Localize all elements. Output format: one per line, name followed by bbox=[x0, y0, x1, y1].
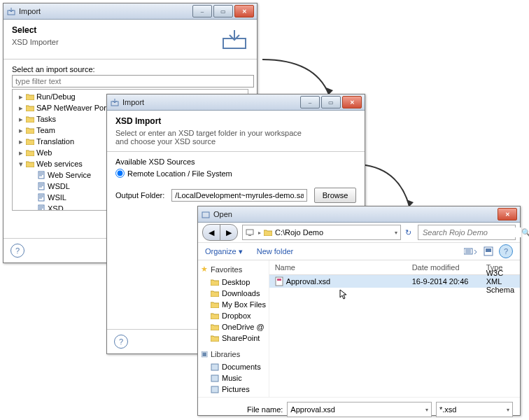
tree-twisty-icon[interactable]: ▸ bbox=[17, 126, 25, 135]
folder-icon bbox=[25, 136, 35, 146]
filter-input[interactable] bbox=[12, 75, 254, 88]
file-list[interactable]: Name Date modified Type Approval.xsd 16-… bbox=[269, 260, 520, 397]
help-icon[interactable]: ? bbox=[499, 244, 513, 258]
folder-icon bbox=[25, 148, 35, 158]
import-icon bbox=[6, 6, 16, 16]
computer-icon bbox=[246, 228, 255, 237]
import-big-icon bbox=[220, 25, 248, 53]
tree-twisty-icon[interactable]: ▸ bbox=[17, 137, 25, 146]
xsd-file-icon bbox=[275, 276, 283, 286]
svg-rect-15 bbox=[211, 375, 218, 382]
title-bar[interactable]: Open ✕ bbox=[198, 206, 520, 223]
close-button[interactable]: ✕ bbox=[234, 5, 254, 18]
doc-icon bbox=[36, 170, 46, 180]
tree-twisty-icon[interactable]: ▸ bbox=[17, 92, 25, 102]
tree-twisty-icon[interactable]: ▾ bbox=[17, 160, 25, 169]
title-bar[interactable]: Import – ▭ ✕ bbox=[107, 94, 365, 111]
nav-item[interactable]: Music bbox=[201, 372, 266, 384]
svg-rect-14 bbox=[211, 364, 218, 370]
folder-icon bbox=[211, 312, 219, 319]
tree-twisty-icon[interactable]: ▸ bbox=[17, 148, 25, 158]
minimize-button[interactable]: – bbox=[300, 96, 320, 108]
open-icon bbox=[201, 209, 211, 219]
open-file-window: Open ✕ ◀ ▶ ▸ C:\Rojo Demo ▾ ↻ 🔍 Organize… bbox=[197, 206, 521, 416]
avail-label: Available XSD Sources bbox=[115, 158, 356, 166]
library-icon bbox=[211, 363, 219, 371]
nav-item[interactable]: Pictures bbox=[201, 384, 266, 395]
new-folder-button[interactable]: New folder bbox=[257, 247, 294, 255]
folder-icon bbox=[211, 279, 219, 286]
library-icon bbox=[211, 374, 219, 382]
refresh-icon[interactable]: ↻ bbox=[401, 228, 415, 237]
folder-icon bbox=[211, 323, 219, 330]
remote-label: Remote Location / File System bbox=[127, 169, 232, 178]
title-bar[interactable]: Import – ▭ ✕ bbox=[3, 4, 257, 20]
svg-rect-18 bbox=[277, 279, 281, 281]
nav-back-button[interactable]: ◀ bbox=[202, 224, 220, 241]
chevron-down-icon[interactable]: ▾ bbox=[395, 230, 397, 236]
nav-fwd-button[interactable]: ▶ bbox=[220, 224, 238, 241]
banner-subtitle: XSD Importer bbox=[12, 38, 220, 46]
search-input[interactable] bbox=[421, 227, 521, 237]
col-name[interactable]: Name bbox=[269, 263, 407, 272]
minimize-button[interactable]: – bbox=[192, 5, 212, 18]
folder-icon bbox=[25, 92, 35, 102]
preview-icon[interactable] bbox=[484, 246, 493, 256]
breadcrumb[interactable]: ▸ C:\Rojo Demo ▾ bbox=[242, 225, 401, 240]
tree-label: Run/Debug bbox=[36, 92, 76, 101]
output-folder-input[interactable] bbox=[171, 189, 307, 202]
browse-button[interactable]: Browse bbox=[314, 188, 356, 203]
tree-label: Web services bbox=[36, 160, 83, 168]
svg-rect-13 bbox=[486, 248, 491, 252]
folder-icon bbox=[211, 301, 219, 308]
tree-twisty-icon[interactable]: ▸ bbox=[17, 104, 25, 113]
nav-pane[interactable]: ★Favorites DesktopDownloadsMy Box FilesD… bbox=[198, 260, 269, 397]
nav-item[interactable]: SharePoint bbox=[201, 332, 266, 344]
close-button[interactable]: ✕ bbox=[342, 96, 362, 108]
nav-item[interactable]: Dropbox bbox=[201, 310, 266, 321]
window-title: Import bbox=[19, 7, 192, 15]
svg-rect-8 bbox=[202, 212, 209, 218]
close-button[interactable]: ✕ bbox=[498, 208, 517, 220]
folder-icon bbox=[25, 125, 35, 135]
tree-label: Translation bbox=[36, 137, 74, 146]
maximize-button[interactable]: ▭ bbox=[213, 5, 233, 18]
remote-radio[interactable] bbox=[115, 169, 125, 178]
nav-item[interactable]: Desktop bbox=[201, 276, 266, 288]
nav-item-label: Documents bbox=[222, 363, 261, 371]
tree-label: XSD bbox=[48, 204, 64, 211]
tree-label: Tasks bbox=[36, 115, 56, 123]
help-icon[interactable]: ? bbox=[10, 244, 24, 258]
import-icon bbox=[110, 97, 120, 107]
help-icon[interactable]: ? bbox=[114, 335, 128, 349]
doc-icon bbox=[36, 192, 46, 202]
folder-icon bbox=[25, 159, 35, 169]
col-date[interactable]: Date modified bbox=[407, 263, 481, 272]
window-title: Import bbox=[122, 98, 300, 106]
search-icon[interactable]: 🔍 bbox=[521, 228, 529, 237]
nav-item[interactable]: Downloads bbox=[201, 288, 266, 299]
tree-label: WSDL bbox=[48, 182, 70, 190]
tree-label: Web bbox=[36, 148, 52, 157]
folder-icon bbox=[264, 229, 272, 236]
nav-item[interactable]: My Box Files bbox=[201, 299, 266, 310]
filter-combo[interactable]: *.xsd▾ bbox=[436, 402, 513, 417]
filename-input[interactable]: Approval.xsd▾ bbox=[287, 402, 432, 417]
maximize-button[interactable]: ▭ bbox=[321, 96, 341, 108]
svg-rect-16 bbox=[211, 386, 218, 393]
organize-menu[interactable]: Organize ▾ bbox=[205, 247, 243, 256]
tree-twisty-icon[interactable]: ▸ bbox=[17, 115, 25, 124]
nav-item[interactable]: OneDrive @ F bbox=[201, 321, 266, 332]
file-name: Approval.xsd bbox=[286, 277, 331, 286]
nav-item[interactable]: Documents bbox=[201, 361, 266, 372]
view-icon[interactable] bbox=[464, 246, 478, 256]
library-icon bbox=[211, 385, 219, 393]
file-row[interactable]: Approval.xsd 16-9-2014 20:46 W3C XML Sch… bbox=[269, 275, 520, 288]
nav-item-label: My Box Files bbox=[222, 300, 266, 309]
cursor-icon bbox=[339, 289, 348, 300]
tree-label: Web Service bbox=[48, 171, 91, 179]
file-type: W3C XML Schema bbox=[481, 269, 520, 294]
libraries-label: Libraries bbox=[211, 350, 240, 358]
path-segment: C:\Rojo Demo bbox=[275, 228, 323, 237]
chevron-icon: ▸ bbox=[258, 230, 261, 236]
